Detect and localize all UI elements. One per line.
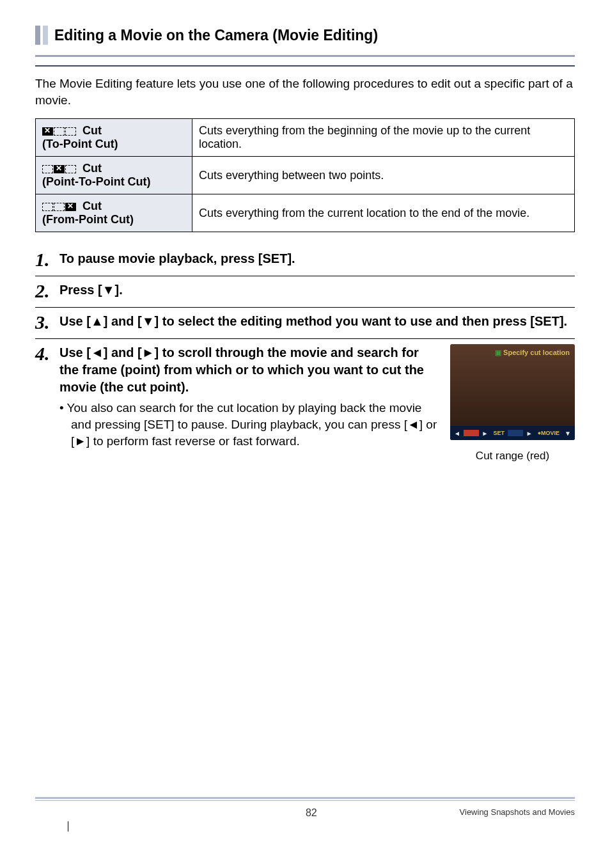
up-arrow-icon: ▲: [91, 313, 104, 330]
intro-text: The Movie Editing feature lets you use o…: [35, 75, 575, 108]
step-number: 2.: [35, 281, 59, 301]
step-text: Press [▼].: [59, 281, 575, 299]
preview-overlay-text: Specify cut location: [495, 348, 570, 358]
step-number: 1.: [35, 250, 59, 269]
preview-caption: Cut range (red): [450, 449, 575, 464]
cut-desc: Cuts everything from the beginning of th…: [192, 119, 575, 157]
preview-image: Specify cut location ◄ ► SET ► ●MOVIE ▼: [450, 344, 575, 440]
cut-modes-table: Cut (To-Point Cut) Cuts everything from …: [35, 118, 575, 232]
cut-desc: Cuts everything between two points.: [192, 157, 575, 194]
left-arrow-icon: ◄: [91, 344, 104, 361]
footer: 82 Viewing Snapshots and Movies: [35, 797, 575, 819]
step-text: Use [◄] and [►] to scroll through the mo…: [59, 344, 439, 396]
cut-label: Cut: [82, 200, 102, 212]
cut-sublabel: (From-Point Cut): [42, 213, 134, 226]
table-row: Cut (To-Point Cut) Cuts everything from …: [36, 119, 575, 157]
right-arrow-icon: ►: [142, 344, 155, 361]
step-number: 4.: [35, 344, 59, 363]
cut-desc: Cuts everything from the current locatio…: [192, 194, 575, 232]
table-row: Cut (Point-To-Point Cut) Cuts everything…: [36, 157, 575, 194]
cut-label: Cut: [82, 162, 102, 175]
cut-label: Cut: [82, 124, 102, 137]
to-point-cut-icon: [42, 127, 77, 136]
table-row: Cut (From-Point Cut) Cuts everything fro…: [36, 194, 575, 232]
down-arrow-icon: ▼: [102, 281, 115, 299]
step-number: 3.: [35, 313, 59, 332]
point-to-point-cut-icon: [42, 165, 77, 173]
cut-sublabel: (Point-To-Point Cut): [42, 175, 151, 188]
step-bullet: • You also can search for the cut locati…: [59, 400, 439, 449]
step-text: Use [▲] and [▼] to select the editing me…: [59, 313, 575, 330]
cut-sublabel: (To-Point Cut): [42, 138, 118, 150]
footer-text: Viewing Snapshots and Movies: [460, 807, 575, 819]
down-arrow-icon: ▼: [142, 313, 155, 330]
section-title: Editing a Movie on the Camera (Movie Edi…: [54, 27, 378, 44]
step-text: To pause movie playback, press [SET].: [59, 250, 575, 267]
from-point-cut-icon: [42, 203, 77, 211]
page-number: 82: [163, 807, 460, 819]
